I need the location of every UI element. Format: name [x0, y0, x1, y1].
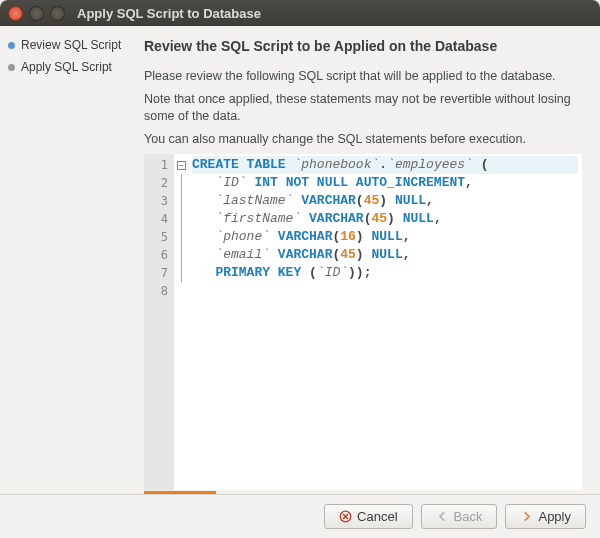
- code-line[interactable]: PRIMARY KEY (`ID`));: [192, 264, 578, 282]
- apply-button[interactable]: Apply: [505, 504, 586, 529]
- minimize-icon[interactable]: [29, 6, 44, 21]
- back-button: Back: [421, 504, 498, 529]
- button-label: Cancel: [357, 509, 397, 524]
- cancel-button[interactable]: Cancel: [324, 504, 412, 529]
- line-number: 4: [150, 210, 168, 228]
- code-line[interactable]: `phone` VARCHAR(16) NULL,: [192, 228, 578, 246]
- line-number: 5: [150, 228, 168, 246]
- description-line: You can also manually change the SQL sta…: [144, 131, 582, 148]
- code-area[interactable]: CREATE TABLE `phonebook`.`employees` ( `…: [188, 154, 582, 491]
- window-body: Review SQL Script Apply SQL Script Revie…: [0, 26, 600, 494]
- titlebar: Apply SQL Script to Database: [0, 0, 600, 26]
- line-number: 8: [150, 282, 168, 300]
- code-line[interactable]: CREATE TABLE `phonebook`.`employees` (: [192, 156, 578, 174]
- window-title: Apply SQL Script to Database: [77, 6, 261, 21]
- code-line[interactable]: [192, 282, 578, 300]
- close-icon[interactable]: [8, 6, 23, 21]
- step-label: Apply SQL Script: [21, 60, 112, 74]
- page-heading: Review the SQL Script to be Applied on t…: [144, 38, 582, 54]
- button-bar: Cancel Back Apply: [0, 494, 600, 538]
- line-number: 7: [150, 264, 168, 282]
- maximize-icon[interactable]: [50, 6, 65, 21]
- code-line[interactable]: `firstName` VARCHAR(45) NULL,: [192, 210, 578, 228]
- code-line[interactable]: `ID` INT NOT NULL AUTO_INCREMENT,: [192, 174, 578, 192]
- code-line[interactable]: `email` VARCHAR(45) NULL,: [192, 246, 578, 264]
- step-review: Review SQL Script: [8, 38, 122, 52]
- step-label: Review SQL Script: [21, 38, 121, 52]
- step-apply: Apply SQL Script: [8, 60, 122, 74]
- line-number: 6: [150, 246, 168, 264]
- description-line: Note that once applied, these statements…: [144, 91, 582, 125]
- bullet-active-icon: [8, 42, 15, 49]
- description-line: Please review the following SQL script t…: [144, 68, 582, 85]
- line-number: 1: [150, 156, 168, 174]
- button-label: Apply: [538, 509, 571, 524]
- chevron-left-icon: [436, 510, 449, 523]
- cancel-x-icon: [339, 510, 352, 523]
- button-label: Back: [454, 509, 483, 524]
- line-number: 2: [150, 174, 168, 192]
- fold-column[interactable]: −: [174, 154, 188, 491]
- progress-indicator: [144, 491, 216, 494]
- line-number-gutter: 12345678: [144, 154, 174, 491]
- bullet-inactive-icon: [8, 64, 15, 71]
- wizard-steps: Review SQL Script Apply SQL Script: [0, 26, 130, 494]
- main-panel: Review the SQL Script to be Applied on t…: [130, 26, 600, 494]
- chevron-right-icon: [520, 510, 533, 523]
- code-line[interactable]: `lastName` VARCHAR(45) NULL,: [192, 192, 578, 210]
- sql-editor[interactable]: 12345678 − CREATE TABLE `phonebook`.`emp…: [144, 154, 582, 491]
- fold-toggle-icon[interactable]: −: [177, 161, 186, 170]
- line-number: 3: [150, 192, 168, 210]
